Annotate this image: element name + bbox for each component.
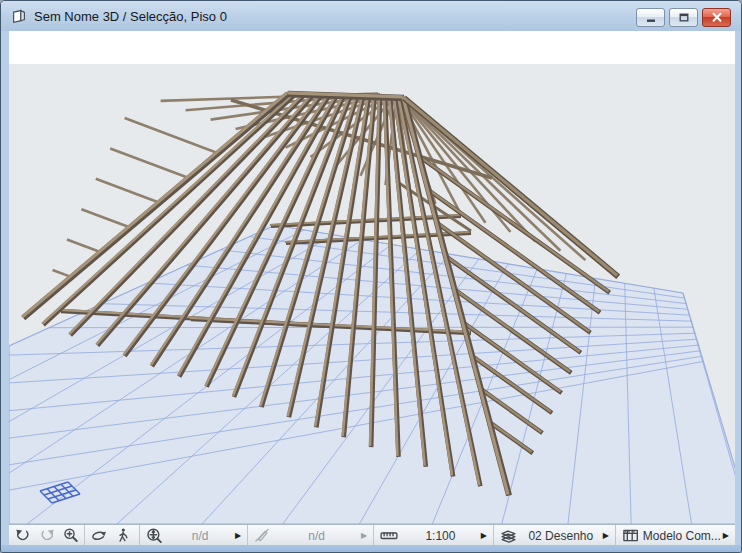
window-title: Sem Nome 3D / Selecção, Piso 0 <box>34 9 227 24</box>
orbit-icon <box>90 527 108 544</box>
pen-set-icon <box>253 527 271 544</box>
model-view-label: Modelo Com... <box>643 529 721 543</box>
3d-viewport[interactable] <box>9 31 735 524</box>
3d-scene-canvas[interactable] <box>9 31 735 524</box>
camera-flyout-arrow[interactable]: ▶ <box>233 532 245 540</box>
model-view-group: Modelo Com... ▶ <box>616 525 735 546</box>
next-view-icon <box>38 527 56 544</box>
ruler-icon <box>379 527 399 544</box>
layer-flyout-arrow[interactable]: ▶ <box>601 532 613 540</box>
model-view-flyout-arrow[interactable]: ▶ <box>721 532 733 540</box>
next-view-button[interactable] <box>36 526 58 545</box>
close-icon <box>711 12 723 23</box>
pen-set-group: n/d ▶ <box>248 525 374 546</box>
window-frame-bottom <box>1 545 741 552</box>
model-view-button[interactable] <box>619 526 642 545</box>
pen-set-label: n/d <box>274 529 359 543</box>
titlebar[interactable]: Sem Nome 3D / Selecção, Piso 0 <box>1 1 741 31</box>
restore-button[interactable] <box>669 8 698 27</box>
close-button[interactable] <box>702 8 731 27</box>
walk-icon <box>114 527 132 544</box>
layer-group: 02 Desenho ▶ <box>494 525 616 546</box>
zoom-in-icon <box>62 527 80 544</box>
orbit-button[interactable] <box>88 526 110 545</box>
pen-set-flyout-arrow[interactable]: ▶ <box>359 532 371 540</box>
scale-label: 1:100 <box>402 529 479 543</box>
fit-in-window-button[interactable] <box>143 526 166 546</box>
camera-status-label: n/d <box>167 529 233 543</box>
3d-view-icon <box>10 7 28 25</box>
scale-group: 1:100 ▶ <box>374 525 494 546</box>
model-view-options-icon <box>621 527 640 544</box>
previous-view-button[interactable] <box>12 526 34 545</box>
minimize-icon <box>645 13 657 23</box>
view-history-group <box>9 525 85 546</box>
3d-window: Sem Nome 3D / Selecção, Piso 0 <box>0 0 742 553</box>
bottom-toolbar: n/d ▶ n/d ▶ 1:100 ▶ <box>9 524 735 547</box>
layers-icon <box>499 527 518 544</box>
previous-view-icon <box>14 527 32 544</box>
scale-button[interactable] <box>377 526 401 545</box>
layer-button[interactable] <box>497 526 520 545</box>
fit-in-window-icon <box>145 527 164 545</box>
pen-set-button[interactable] <box>251 526 273 545</box>
layer-label: 02 Desenho <box>521 529 601 543</box>
scale-flyout-arrow[interactable]: ▶ <box>479 532 491 540</box>
walk-button[interactable] <box>112 526 134 545</box>
minimize-button[interactable] <box>636 8 665 27</box>
zoom-in-button[interactable] <box>60 526 82 545</box>
navigation-group <box>85 525 140 546</box>
camera-group: n/d ▶ <box>140 525 248 546</box>
restore-icon <box>678 12 690 23</box>
